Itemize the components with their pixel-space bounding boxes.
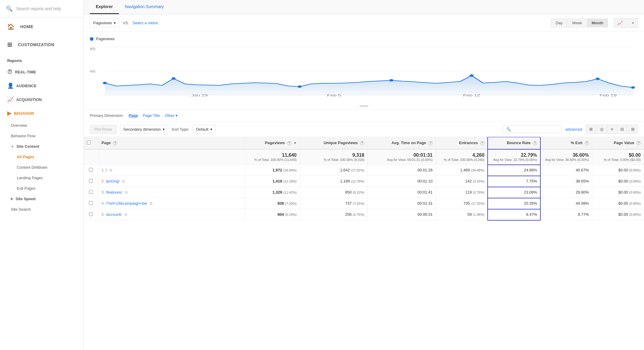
sidebar-item-home[interactable]: 🏠 HOME bbox=[0, 18, 84, 36]
bar-view-button[interactable]: ≡ bbox=[607, 125, 616, 134]
tab-navigation-summary[interactable]: Navigation Summary bbox=[119, 0, 170, 14]
tab-explorer[interactable]: Explorer bbox=[90, 0, 119, 14]
acquisition-label: ACQUISITION bbox=[16, 97, 42, 102]
summary-unique-pv-cell: 9,318 % of Total: 100.00% (9,318) bbox=[300, 149, 368, 165]
week-button[interactable]: Week bbox=[568, 19, 586, 27]
row-5-avg-time: 00:00:31 bbox=[368, 209, 436, 220]
month-button[interactable]: Month bbox=[587, 19, 608, 27]
row-1-page-link[interactable]: / bbox=[106, 168, 107, 172]
table-search-input[interactable] bbox=[513, 127, 558, 132]
time-buttons: Day Week Month bbox=[551, 19, 608, 27]
row-1-entrances: 1,469 (34.48%) bbox=[436, 165, 488, 176]
row-2-page-link[interactable]: /pricing/ bbox=[106, 179, 120, 183]
row-checkbox-5[interactable] bbox=[89, 212, 93, 216]
page-value-help-icon[interactable]: ? bbox=[637, 141, 641, 145]
pageviews-help-icon[interactable]: ? bbox=[287, 141, 291, 145]
other-dropdown-arrow-icon: ▾ bbox=[176, 113, 178, 118]
chart-type-buttons: 📈 ⚬ bbox=[614, 18, 638, 28]
row-3-exit: 29.80% bbox=[540, 187, 592, 198]
sidebar-item-landing-pages[interactable]: Landing Pages bbox=[0, 173, 84, 183]
table-row: 2. /pricing/ ⧉ 1,418 (12.18%) 1,189 (12.… bbox=[84, 176, 644, 187]
row-3-page-cell: 3. /features/ ⧉ bbox=[98, 187, 245, 198]
row-5-entrances: 59 (1.38%) bbox=[436, 209, 488, 220]
svg-text:Feb 5: Feb 5 bbox=[327, 93, 341, 97]
row-4-page-link[interactable]: /?ref=19&campaign=bw bbox=[106, 201, 147, 206]
search-bar[interactable]: 🔍 Search reports and help bbox=[0, 0, 84, 18]
col-header-pageviews[interactable]: Pageviews ? ▼ bbox=[245, 137, 300, 149]
sort-dropdown[interactable]: Default ▾ bbox=[193, 125, 216, 134]
row-3-page-link[interactable]: /features/ bbox=[106, 190, 122, 194]
compare-view-button[interactable]: ⊟ bbox=[617, 125, 627, 134]
metric-dropdown[interactable]: Pageviews ▾ bbox=[90, 19, 119, 27]
row-checkbox-1[interactable] bbox=[89, 168, 93, 172]
sidebar-item-customization[interactable]: ⊞ CUSTOMIZATION bbox=[0, 36, 84, 54]
svg-point-3 bbox=[103, 82, 107, 84]
avg-time-help-icon[interactable]: ? bbox=[428, 141, 433, 145]
secondary-dimension-dropdown[interactable]: Secondary dimension ▾ bbox=[120, 125, 168, 134]
row-2-copy-icon[interactable]: ⧉ bbox=[122, 179, 125, 183]
row-5-page-link[interactable]: /account/ bbox=[106, 212, 122, 217]
row-3-avg-time: 00:01:41 bbox=[368, 187, 436, 198]
grid-view-button[interactable]: ⊞ bbox=[586, 125, 596, 134]
sidebar-item-audience[interactable]: 👤 AUDIENCE bbox=[0, 79, 84, 93]
legend-dot bbox=[90, 37, 93, 41]
table-row: 4. /?ref=19&campaign=bw ⧉ 838 (7.20%) 73… bbox=[84, 198, 644, 209]
bounce-rate-help-icon[interactable]: ? bbox=[533, 141, 537, 145]
chart-scroll-handle[interactable] bbox=[359, 105, 368, 107]
svg-point-8 bbox=[596, 78, 600, 80]
dimension-page-link[interactable]: Page bbox=[129, 113, 138, 118]
col-header-page-value[interactable]: Page Value ? bbox=[592, 137, 644, 149]
row-2-unique-pv: 1,189 (12.76%) bbox=[300, 176, 368, 187]
select-all-checkbox[interactable] bbox=[87, 141, 91, 144]
sidebar-item-acquisition[interactable]: 📈 ACQUISITION bbox=[0, 93, 84, 106]
row-2-entrances: 142 (3.33%) bbox=[436, 176, 488, 187]
row-3-copy-icon[interactable]: ⧉ bbox=[125, 190, 128, 194]
table-search-box[interactable]: 🔍 bbox=[503, 126, 562, 133]
row-4-num: 4. bbox=[102, 201, 105, 206]
row-1-exit: 40.67% bbox=[540, 165, 592, 176]
sidebar-item-content-drilldown[interactable]: Content Drilldown bbox=[0, 162, 84, 173]
col-header-exit[interactable]: % Exit ? bbox=[540, 137, 592, 149]
sidebar-item-site-speed[interactable]: ▶ Site Speed bbox=[0, 194, 84, 204]
entrances-help-icon[interactable]: ? bbox=[480, 141, 484, 145]
page-help-icon[interactable]: ? bbox=[113, 141, 117, 145]
acquisition-icon: 📈 bbox=[7, 96, 14, 103]
plot-rows-button[interactable]: Plot Rows bbox=[90, 125, 117, 134]
col-header-unique-pageviews[interactable]: Unique Pageviews ? bbox=[300, 137, 368, 149]
row-checkbox-2[interactable] bbox=[89, 179, 93, 183]
row-5-page-cell: 5. /account/ ⧉ bbox=[98, 209, 245, 220]
row-checkbox-4[interactable] bbox=[89, 201, 93, 205]
select-all-checkbox-header[interactable] bbox=[84, 137, 98, 149]
row-2-bounce-rate: 7.75% bbox=[488, 176, 540, 187]
sidebar-item-exit-pages[interactable]: Exit Pages bbox=[0, 183, 84, 194]
home-label: HOME bbox=[20, 24, 34, 29]
line-chart-button[interactable]: 📈 bbox=[614, 18, 626, 28]
dimension-other-dropdown[interactable]: Other ▾ bbox=[165, 113, 178, 118]
y-label-400: 400 bbox=[90, 70, 95, 73]
dimension-page-title-link[interactable]: Page Title bbox=[143, 113, 160, 118]
select-metric-link[interactable]: Select a metric bbox=[133, 21, 158, 25]
exit-help-icon[interactable]: ? bbox=[585, 141, 589, 145]
col-header-entrances[interactable]: Entrances ? bbox=[436, 137, 488, 149]
sidebar-item-behavior[interactable]: ▶ BEHAVIOR bbox=[0, 106, 84, 120]
sidebar-item-realtime[interactable]: ⏱ REAL-TIME bbox=[0, 65, 84, 79]
pivot-view-button[interactable]: ⊞ bbox=[628, 125, 638, 134]
svg-point-6 bbox=[389, 79, 393, 82]
row-checkbox-3[interactable] bbox=[89, 190, 93, 194]
row-4-copy-icon[interactable]: ⧉ bbox=[150, 201, 152, 206]
row-5-copy-icon[interactable]: ⧉ bbox=[125, 212, 127, 217]
day-button[interactable]: Day bbox=[551, 19, 567, 27]
sidebar-item-site-search[interactable]: Site Search bbox=[0, 204, 84, 215]
sidebar-item-all-pages[interactable]: All Pages bbox=[0, 152, 84, 162]
site-search-label: Site Search bbox=[11, 207, 31, 212]
col-header-avg-time[interactable]: Avg. Time on Page ? bbox=[368, 137, 436, 149]
row-1-copy-icon[interactable]: ⧉ bbox=[110, 168, 112, 172]
col-header-bounce-rate[interactable]: Bounce Rate ? bbox=[488, 137, 540, 149]
sidebar-item-behavior-flow[interactable]: Behavior Flow bbox=[0, 131, 84, 141]
pie-view-button[interactable]: ◎ bbox=[597, 125, 607, 134]
scatter-chart-button[interactable]: ⚬ bbox=[628, 18, 638, 28]
unique-pv-help-icon[interactable]: ? bbox=[360, 141, 364, 145]
sidebar-item-overview[interactable]: Overview bbox=[0, 120, 84, 131]
sidebar-item-site-content[interactable]: ▼ Site Content bbox=[0, 141, 84, 152]
advanced-link[interactable]: advanced bbox=[565, 127, 582, 132]
